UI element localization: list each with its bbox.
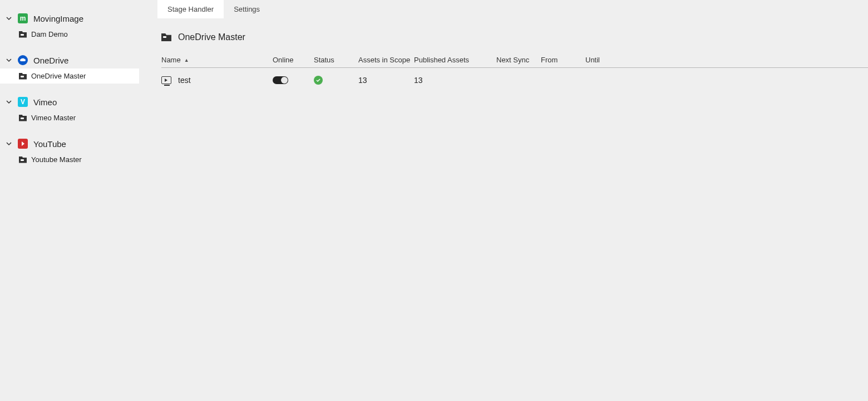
tree-children: Youtube Master bbox=[0, 152, 139, 167]
tree-header-label: MovingImage bbox=[33, 14, 83, 23]
onedrive-icon bbox=[18, 55, 28, 65]
column-from[interactable]: From bbox=[541, 56, 585, 64]
tree-header-onedrive[interactable]: OneDrive bbox=[0, 52, 139, 69]
tree-children: OneDrive Master bbox=[0, 69, 139, 84]
column-status[interactable]: Status bbox=[314, 56, 358, 64]
column-name-label: Name bbox=[161, 56, 181, 64]
page-title: OneDrive Master bbox=[178, 32, 245, 42]
column-name[interactable]: Name ▲ bbox=[161, 56, 273, 64]
status-ok-icon bbox=[314, 76, 323, 85]
tree-child[interactable]: Youtube Master bbox=[0, 152, 139, 167]
tree-child[interactable]: OneDrive Master bbox=[0, 69, 139, 84]
column-assets-in-scope[interactable]: Assets in Scope bbox=[358, 56, 414, 64]
folder-icon bbox=[19, 73, 27, 80]
folder-icon bbox=[161, 33, 171, 41]
tree-header-label: YouTube bbox=[33, 139, 66, 149]
cell-online bbox=[273, 76, 314, 84]
stage-icon bbox=[161, 76, 171, 84]
main-content: Stage HandlerSettings OneDrive Master Na… bbox=[139, 0, 868, 401]
tree-group: YouTubeYoutube Master bbox=[0, 135, 139, 167]
tree-group: VVimeoVimeo Master bbox=[0, 94, 139, 125]
chevron-down-icon bbox=[6, 99, 12, 105]
cell-published-assets: 13 bbox=[414, 76, 496, 85]
online-toggle[interactable] bbox=[273, 76, 288, 84]
chevron-down-icon bbox=[6, 141, 12, 146]
tree-header-youtube[interactable]: YouTube bbox=[0, 135, 139, 152]
vimeo-icon: V bbox=[18, 97, 28, 107]
column-until[interactable]: Until bbox=[585, 56, 630, 64]
tab-stage-handler[interactable]: Stage Handler bbox=[157, 0, 224, 18]
tree-group: OneDriveOneDrive Master bbox=[0, 52, 139, 84]
tree-child-label: Youtube Master bbox=[31, 155, 82, 164]
tree-child-label: OneDrive Master bbox=[31, 72, 86, 80]
chevron-down-icon bbox=[6, 57, 12, 63]
stage-table: Name ▲ Online Status Assets in Scope Pub… bbox=[161, 52, 868, 92]
table-row[interactable]: test1313 bbox=[161, 68, 868, 92]
folder-icon bbox=[19, 157, 27, 163]
column-next-sync[interactable]: Next Sync bbox=[496, 56, 541, 64]
cell-name-text: test bbox=[178, 76, 191, 85]
tree-header-vimeo[interactable]: VVimeo bbox=[0, 94, 139, 110]
cell-assets-in-scope: 13 bbox=[358, 76, 414, 85]
cell-name: test bbox=[161, 76, 273, 85]
folder-icon bbox=[19, 115, 27, 121]
page-title-row: OneDrive Master bbox=[139, 18, 868, 52]
column-published-assets[interactable]: Published Assets bbox=[414, 56, 496, 64]
column-online[interactable]: Online bbox=[273, 56, 314, 64]
tree-child-label: Vimeo Master bbox=[31, 114, 76, 122]
tree-child-label: Dam Demo bbox=[31, 30, 68, 38]
tree-header-movingimage[interactable]: mMovingImage bbox=[0, 10, 139, 27]
movingimage-icon: m bbox=[18, 13, 28, 23]
tree-children: Vimeo Master bbox=[0, 110, 139, 125]
youtube-icon bbox=[18, 139, 28, 149]
chevron-down-icon bbox=[6, 16, 12, 21]
table-header: Name ▲ Online Status Assets in Scope Pub… bbox=[161, 52, 868, 68]
sidebar: mMovingImageDam DemoOneDriveOneDrive Mas… bbox=[0, 0, 139, 401]
tree-group: mMovingImageDam Demo bbox=[0, 10, 139, 42]
tree-children: Dam Demo bbox=[0, 27, 139, 42]
tree-header-label: Vimeo bbox=[33, 97, 57, 107]
tab-settings[interactable]: Settings bbox=[224, 0, 270, 18]
cell-status bbox=[314, 76, 358, 85]
tabs: Stage HandlerSettings bbox=[139, 0, 868, 18]
tree-child[interactable]: Dam Demo bbox=[0, 27, 139, 42]
sort-ascending-icon: ▲ bbox=[184, 57, 189, 63]
tree-child[interactable]: Vimeo Master bbox=[0, 110, 139, 125]
tree-header-label: OneDrive bbox=[33, 56, 68, 65]
folder-icon bbox=[19, 31, 27, 38]
